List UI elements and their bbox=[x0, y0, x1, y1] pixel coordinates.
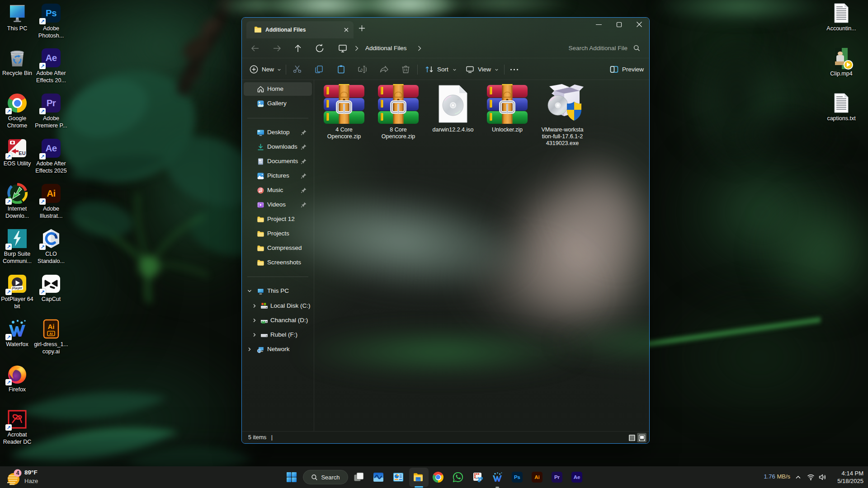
svg-text:AI: AI bbox=[49, 332, 53, 336]
svg-text:4: 4 bbox=[16, 470, 19, 476]
svg-text:Player: Player bbox=[12, 286, 22, 291]
svg-text:EU: EU bbox=[19, 150, 25, 156]
svg-text:A: A bbox=[360, 67, 363, 72]
svg-text:Ai: Ai bbox=[48, 323, 55, 330]
